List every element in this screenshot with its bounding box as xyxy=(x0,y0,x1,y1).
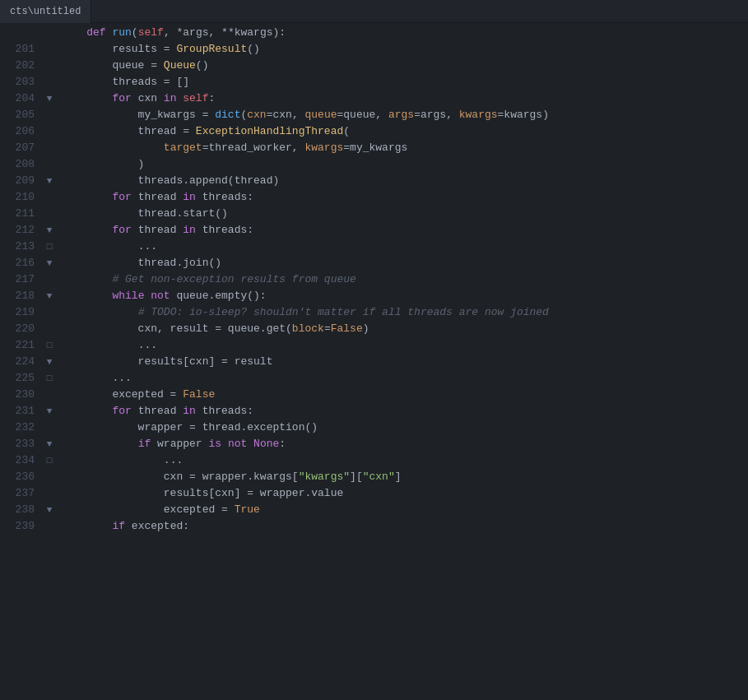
code-line: results[cxn] = result xyxy=(58,354,748,370)
line-number: 234 xyxy=(0,452,35,469)
code-line: for thread in threads: xyxy=(58,403,748,420)
code-line: for cxn in self: xyxy=(58,90,748,107)
gutter-icon xyxy=(41,304,58,321)
tab-bar: cts\untitled xyxy=(0,0,748,23)
gutter-icon xyxy=(41,271,58,288)
line-number: 203 xyxy=(0,74,35,90)
gutter-icon[interactable]: ▼ xyxy=(41,173,58,189)
code-line: target=thread_worker, kwargs=my_kwargs xyxy=(58,140,748,156)
line-number: 211 xyxy=(0,206,35,222)
code-line: thread.start() xyxy=(58,206,748,222)
code-line: if excepted: xyxy=(58,518,748,535)
line-number: 224 xyxy=(0,354,35,370)
gutter-icon[interactable]: □ xyxy=(41,452,58,469)
code-line: thread.join() xyxy=(58,255,748,271)
code-line: threads.append(thread) xyxy=(58,173,748,189)
gutter-icon xyxy=(41,74,58,90)
line-number: 230 xyxy=(0,387,35,403)
line-number: 232 xyxy=(0,420,35,436)
code-lines: def run(self, *args, **kwargs): results … xyxy=(58,23,748,700)
line-number: 207 xyxy=(0,140,35,156)
code-line: ... xyxy=(58,452,748,469)
code-line: excepted = False xyxy=(58,387,748,403)
code-line: thread = ExceptionHandlingThread( xyxy=(58,123,748,140)
line-number: 202 xyxy=(0,58,35,74)
gutter-icon[interactable]: □ xyxy=(41,337,58,354)
code-line: my_kwargs = dict(cxn=cxn, queue=queue, a… xyxy=(58,107,748,123)
code-line: for thread in threads: xyxy=(58,222,748,239)
gutter-icon xyxy=(41,107,58,123)
gutter-icon[interactable]: ▼ xyxy=(41,403,58,420)
gutter-icon[interactable]: ▼ xyxy=(41,436,58,452)
line-number: 210 xyxy=(0,189,35,206)
gutter-icon xyxy=(41,518,58,535)
gutter-icon[interactable]: ▼ xyxy=(41,255,58,271)
gutter-icon xyxy=(41,189,58,206)
gutter-icon xyxy=(41,41,58,58)
code-line: threads = [] xyxy=(58,74,748,90)
gutter-icon[interactable]: ▼ xyxy=(41,354,58,370)
code-line: ... xyxy=(58,370,748,387)
code-line: cxn = wrapper.kwargs["kwargs"]["cxn"] xyxy=(58,469,748,485)
editor-tab[interactable]: cts\untitled xyxy=(0,0,91,23)
gutter-icon xyxy=(41,58,58,74)
line-number: 212 xyxy=(0,222,35,239)
code-line: wrapper = thread.exception() xyxy=(58,420,748,436)
line-number: 233 xyxy=(0,436,35,452)
gutter-icon xyxy=(41,25,58,41)
line-number: 238 xyxy=(0,502,35,518)
line-number: 205 xyxy=(0,107,35,123)
line-number: 236 xyxy=(0,469,35,485)
gutter-icon[interactable]: ▼ xyxy=(41,288,58,304)
code-line: queue = Queue() xyxy=(58,58,748,74)
line-number: 218 xyxy=(0,288,35,304)
code-line: results[cxn] = wrapper.value xyxy=(58,485,748,502)
line-number: 239 xyxy=(0,518,35,535)
gutter-icon[interactable]: ▼ xyxy=(41,502,58,518)
line-number: 217 xyxy=(0,271,35,288)
code-line: results = GroupResult() xyxy=(58,41,748,58)
gutter-icon xyxy=(41,156,58,173)
code-line: excepted = True xyxy=(58,502,748,518)
gutter-icon xyxy=(41,140,58,156)
gutter-icon[interactable]: ▼ xyxy=(41,222,58,239)
line-number: 219 xyxy=(0,304,35,321)
gutter-icon[interactable]: □ xyxy=(41,370,58,387)
code-line: ... xyxy=(58,337,748,354)
line-number: 237 xyxy=(0,485,35,502)
gutter-icon[interactable]: ▼ xyxy=(41,90,58,107)
gutter-icon xyxy=(41,321,58,337)
gutter-icon xyxy=(41,387,58,403)
code-line: # Get non-exception results from queue xyxy=(58,271,748,288)
gutter-icon xyxy=(41,485,58,502)
code-line: ) xyxy=(58,156,748,173)
line-numbers: 2012022032042052062072082092102112122132… xyxy=(0,23,41,700)
gutter-icon xyxy=(41,123,58,140)
gutter-icon[interactable]: □ xyxy=(41,239,58,255)
code-line: while not queue.empty(): xyxy=(58,288,748,304)
line-number: 201 xyxy=(0,41,35,58)
gutter-icon xyxy=(41,469,58,485)
line-number: 231 xyxy=(0,403,35,420)
gutter-icon xyxy=(41,420,58,436)
code-line: ... xyxy=(58,239,748,255)
line-number xyxy=(0,25,35,41)
gutter-icon xyxy=(41,206,58,222)
editor-container: cts\untitled 201202203204205206207208209… xyxy=(0,0,748,700)
code-line: # TODO: io-sleep? shouldn't matter if al… xyxy=(58,304,748,321)
line-number: 206 xyxy=(0,123,35,140)
line-number: 213 xyxy=(0,239,35,255)
line-number: 204 xyxy=(0,90,35,107)
code-line: cxn, result = queue.get(block=False) xyxy=(58,321,748,337)
line-number: 209 xyxy=(0,173,35,189)
line-number: 208 xyxy=(0,156,35,173)
line-number: 221 xyxy=(0,337,35,354)
line-number: 216 xyxy=(0,255,35,271)
line-number: 220 xyxy=(0,321,35,337)
line-number: 225 xyxy=(0,370,35,387)
code-line: for thread in threads: xyxy=(58,189,748,206)
gutter: ▼▼▼□▼▼□▼□▼▼□▼ xyxy=(41,23,58,700)
code-area: 2012022032042052062072082092102112122132… xyxy=(0,23,748,700)
code-line: def run(self, *args, **kwargs): xyxy=(58,25,748,41)
code-line: if wrapper is not None: xyxy=(58,436,748,452)
